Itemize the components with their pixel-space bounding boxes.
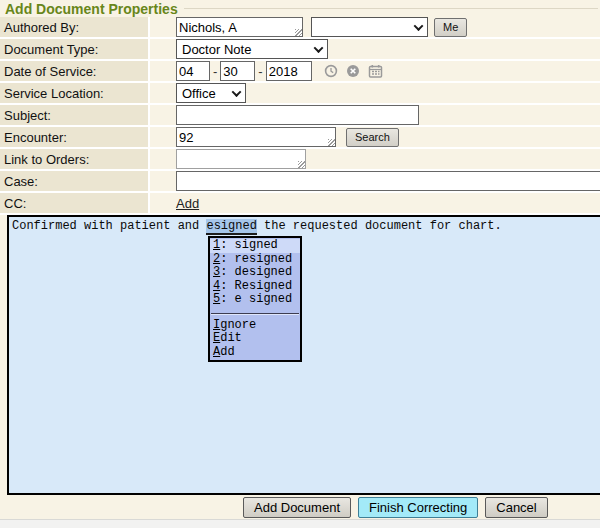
- row-link-to-orders: Link to Orders:: [0, 149, 600, 171]
- clock-icon[interactable]: [324, 64, 338, 78]
- row-encounter: Encounter: Search: [0, 127, 600, 149]
- encounter-label: Encounter:: [0, 127, 150, 147]
- document-type-select[interactable]: Doctor Note: [176, 39, 328, 59]
- subject-label: Subject:: [0, 105, 150, 125]
- row-subject: Subject:: [0, 105, 600, 127]
- chevron-down-icon: [314, 43, 324, 53]
- row-document-type: Document Type: Doctor Note: [0, 39, 600, 61]
- subject-input[interactable]: [176, 105, 419, 125]
- service-location-select[interactable]: Office: [176, 83, 246, 103]
- encounter-input[interactable]: [176, 127, 336, 147]
- search-button[interactable]: Search: [346, 128, 399, 147]
- case-label: Case:: [0, 171, 150, 191]
- misspelled-word[interactable]: esigned: [206, 219, 256, 235]
- case-input[interactable]: [176, 171, 600, 191]
- menu-item-suggestion-4[interactable]: 4: Resigned: [210, 280, 300, 294]
- title-bar: Add Document Properties: [0, 0, 600, 17]
- menu-item-suggestion-3[interactable]: 3: designed: [210, 266, 300, 280]
- row-service-location: Service Location: Office: [0, 83, 600, 105]
- calendar-icon[interactable]: [368, 64, 383, 78]
- me-button[interactable]: Me: [434, 18, 467, 37]
- menu-item-suggestion-1[interactable]: 1: signed: [210, 239, 300, 253]
- menu-item-suggestion-5[interactable]: 5: e signed: [210, 293, 300, 307]
- chevron-down-icon: [232, 87, 242, 97]
- finish-correcting-button[interactable]: Finish Correcting: [358, 497, 478, 518]
- link-to-orders-label: Link to Orders:: [0, 149, 150, 169]
- date-of-service-label: Date of Service:: [0, 61, 150, 81]
- cancel-button[interactable]: Cancel: [485, 497, 547, 518]
- authored-by-input[interactable]: [176, 17, 303, 37]
- menu-item-add[interactable]: Add: [210, 346, 300, 360]
- title-divider: [184, 8, 598, 9]
- add-document-button[interactable]: Add Document: [243, 497, 351, 518]
- service-location-label: Service Location:: [0, 83, 150, 103]
- page-title: Add Document Properties: [5, 1, 178, 17]
- row-date-of-service: Date of Service: - -: [0, 61, 600, 83]
- menu-item-suggestion-2[interactable]: 2: resigned: [210, 253, 300, 267]
- menu-item-ignore[interactable]: Ignore: [210, 319, 300, 333]
- authored-by-label: Authored By:: [0, 17, 150, 37]
- document-text-editor[interactable]: Confirmed with patient and esigned the r…: [7, 215, 600, 495]
- menu-item-edit[interactable]: Edit: [210, 332, 300, 346]
- document-type-label: Document Type:: [0, 39, 150, 59]
- footer-bar: Add Document Finish Correcting Cancel: [0, 495, 600, 519]
- row-authored-by: Authored By: Me: [0, 17, 600, 39]
- clear-icon[interactable]: [346, 64, 360, 78]
- row-cc: CC: Add: [0, 193, 600, 215]
- editor-text-before: Confirmed with patient and: [12, 219, 206, 233]
- date-year-input[interactable]: [266, 61, 312, 81]
- service-location-select-value: Office: [182, 86, 216, 101]
- spellcheck-menu: 1: signed 2: resigned 3: designed 4: Res…: [208, 236, 302, 362]
- date-month-input[interactable]: [176, 61, 210, 81]
- date-day-input[interactable]: [220, 61, 255, 81]
- row-case: Case:: [0, 171, 600, 193]
- link-to-orders-input[interactable]: [176, 149, 306, 169]
- editor-text-after: the requested document for chart.: [257, 219, 502, 233]
- menu-separator: [211, 313, 299, 314]
- document-type-select-value: Doctor Note: [182, 42, 251, 57]
- authored-by-select[interactable]: [311, 17, 428, 37]
- chevron-down-icon: [414, 21, 424, 31]
- cc-label: CC:: [0, 193, 150, 213]
- date-separator: -: [258, 64, 262, 79]
- bottom-strip: [0, 519, 600, 527]
- date-separator: -: [213, 64, 217, 79]
- cc-add-link[interactable]: Add: [176, 196, 199, 211]
